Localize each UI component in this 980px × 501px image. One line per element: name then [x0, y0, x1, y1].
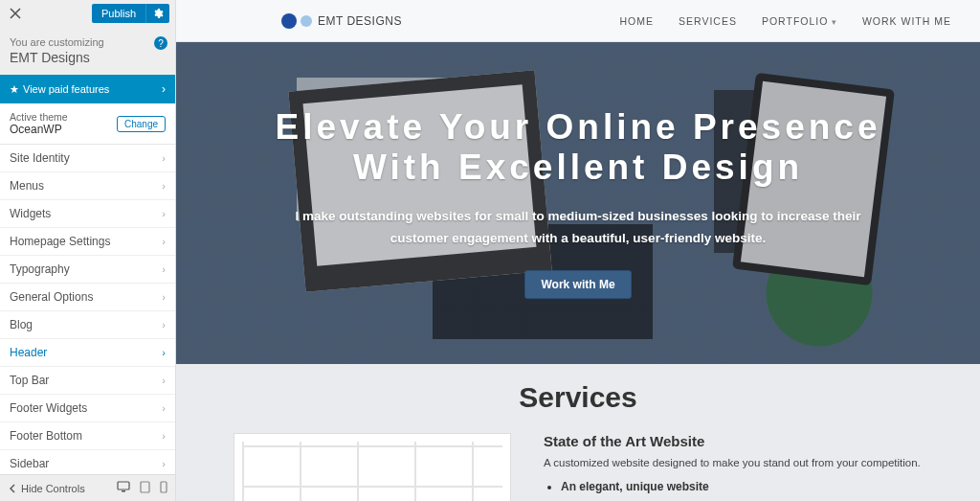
change-theme-button[interactable]: Change	[117, 116, 166, 132]
customizer-footer: Hide Controls	[0, 474, 175, 501]
service-card: State of the Art Website A customized we…	[234, 433, 923, 501]
nav-item[interactable]: HOME	[620, 15, 655, 27]
services-heading: Services	[176, 381, 980, 414]
hero-cta-button[interactable]: Work with Me	[524, 270, 631, 299]
menu-item-label: Widgets	[10, 207, 51, 220]
customizer-menu-item[interactable]: Top Bar›	[0, 367, 175, 395]
service-bullet: An elegant, unique website	[561, 480, 921, 493]
service-title: State of the Art Website	[544, 433, 921, 449]
service-body: State of the Art Website A customized we…	[544, 433, 921, 501]
publish-group: Publish	[92, 4, 169, 23]
customizer-menu-item[interactable]: Sidebar›	[0, 450, 175, 474]
menu-item-label: Header	[10, 346, 47, 359]
chevron-right-icon: ›	[162, 430, 166, 442]
customizer-panel: Publish ? You are customizing EMT Design…	[0, 0, 176, 501]
active-theme-name: OceanWP	[10, 123, 68, 136]
site-header: EMT DESIGNS HOMESERVICESPORTFOLIOWORK WI…	[176, 0, 980, 42]
svg-rect-3	[161, 482, 167, 492]
menu-item-label: Site Identity	[10, 151, 70, 165]
chevron-right-icon: ›	[162, 152, 166, 164]
chevron-right-icon: ›	[162, 180, 166, 192]
nav-item[interactable]: WORK WITH ME	[862, 15, 951, 27]
chevron-right-icon: ›	[162, 291, 166, 303]
publish-settings-icon[interactable]	[145, 4, 169, 23]
active-theme-label: Active theme	[10, 111, 68, 123]
preview-pane[interactable]: EMT DESIGNS HOMESERVICESPORTFOLIOWORK WI…	[176, 0, 980, 501]
star-icon: ★	[10, 83, 19, 95]
customizer-menu-item[interactable]: General Options›	[0, 284, 175, 311]
desktop-preview-icon[interactable]	[117, 481, 130, 495]
nav-item[interactable]: PORTFOLIO	[762, 15, 837, 27]
customizing-label: You are customizing	[10, 36, 166, 48]
hero-section: Elevate Your Online Presence With Excell…	[176, 42, 980, 364]
hide-controls-label: Hide Controls	[21, 483, 85, 494]
device-switcher	[117, 481, 167, 495]
chevron-right-icon: ›	[162, 82, 166, 96]
help-icon[interactable]: ?	[154, 36, 167, 50]
customizer-menu-item[interactable]: Widgets›	[0, 200, 175, 228]
svg-rect-1	[122, 490, 125, 492]
active-theme-row: Active theme OceanWP Change	[0, 103, 175, 145]
customizer-menu-item[interactable]: Header›	[0, 339, 175, 367]
hide-controls-button[interactable]: Hide Controls	[8, 483, 85, 494]
menu-item-label: Typography	[10, 262, 70, 276]
menu-item-label: Menus	[10, 179, 44, 193]
menu-item-label: Blog	[10, 318, 33, 331]
brand-text: EMT DESIGNS	[318, 14, 402, 28]
menu-item-label: Homepage Settings	[10, 235, 110, 248]
hero-subtext: I make outstanding websites for small to…	[281, 206, 875, 250]
customizer-menu-item[interactable]: Typography›	[0, 256, 175, 284]
chevron-right-icon: ›	[162, 347, 166, 358]
paid-features-label: ★View paid features	[10, 83, 109, 96]
customizer-menu-item[interactable]: Blog›	[0, 311, 175, 339]
customizer-top-bar: Publish	[0, 0, 175, 29]
publish-button[interactable]: Publish	[92, 4, 145, 23]
menu-item-label: Sidebar	[10, 457, 49, 470]
hero-heading: Elevate Your Online Presence With Excell…	[237, 107, 920, 189]
tablet-preview-icon[interactable]	[140, 481, 150, 495]
chevron-right-icon: ›	[162, 236, 166, 247]
menu-item-label: General Options	[10, 290, 93, 304]
customizer-menu-item[interactable]: Footer Widgets›	[0, 395, 175, 422]
brand[interactable]: EMT DESIGNS	[281, 13, 402, 29]
menu-item-label: Footer Widgets	[10, 401, 87, 415]
menu-item-label: Top Bar	[10, 374, 49, 387]
hero-overlay	[176, 42, 980, 364]
svg-rect-0	[118, 482, 129, 490]
mobile-preview-icon[interactable]	[160, 481, 167, 495]
svg-rect-2	[141, 482, 149, 492]
customizer-menu-item[interactable]: Homepage Settings›	[0, 228, 175, 256]
customizer-menu-item[interactable]: Footer Bottom›	[0, 422, 175, 450]
service-bullets: An elegant, unique websiteDesigned to lo…	[544, 480, 921, 501]
customizer-menu-item[interactable]: Menus›	[0, 172, 175, 200]
chevron-right-icon: ›	[162, 402, 166, 414]
service-image	[234, 433, 511, 501]
chevron-right-icon: ›	[162, 375, 166, 386]
services-section: Services State of the Art Website A cust…	[176, 364, 980, 501]
brand-logo-icon	[281, 13, 297, 29]
chevron-right-icon: ›	[162, 263, 166, 275]
chevron-right-icon: ›	[162, 208, 166, 219]
primary-nav: HOMESERVICESPORTFOLIOWORK WITH ME	[620, 15, 952, 27]
service-lead: A customized website designed to make yo…	[544, 457, 921, 468]
customizer-menu: Site Identity›Menus›Widgets›Homepage Set…	[0, 145, 175, 474]
chevron-right-icon: ›	[162, 458, 166, 469]
close-icon[interactable]	[6, 4, 25, 23]
nav-item[interactable]: SERVICES	[679, 15, 737, 27]
menu-item-label: Footer Bottom	[10, 429, 82, 443]
site-title: EMT Designs	[10, 50, 166, 65]
customizer-header: ? You are customizing EMT Designs	[0, 29, 175, 75]
chevron-right-icon: ›	[162, 319, 166, 330]
customizer-menu-item[interactable]: Site Identity›	[0, 145, 175, 172]
paid-features-bar[interactable]: ★View paid features ›	[0, 75, 175, 103]
